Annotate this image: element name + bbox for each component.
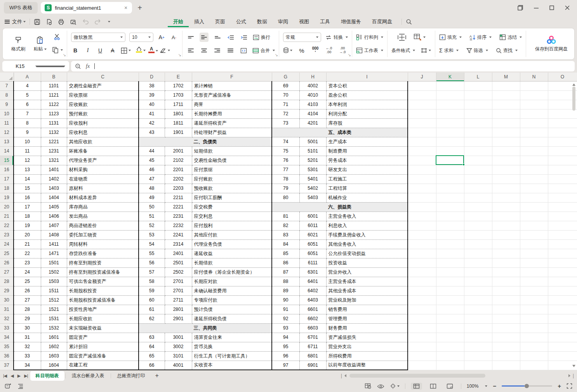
cell[interactable]: [464, 184, 492, 193]
cell[interactable]: 6021: [299, 230, 326, 239]
cell[interactable]: [408, 128, 436, 137]
cell[interactable]: 长期股权投资: [67, 286, 139, 295]
row-header[interactable]: 12: [0, 128, 14, 137]
align-middle-icon[interactable]: [200, 33, 209, 42]
cell[interactable]: 固定资产减值准备: [67, 351, 139, 361]
column-header[interactable]: I: [326, 73, 408, 81]
cell[interactable]: 坏账准备: [67, 146, 139, 156]
cell[interactable]: 6: [14, 100, 41, 109]
cell[interactable]: [408, 193, 436, 202]
cell[interactable]: [492, 323, 520, 333]
cell[interactable]: [436, 258, 464, 267]
row-header[interactable]: 25: [0, 249, 14, 258]
cell[interactable]: [436, 295, 464, 305]
cell[interactable]: 16: [14, 193, 41, 202]
row-header[interactable]: 20: [0, 202, 14, 212]
cell[interactable]: 1404: [41, 193, 67, 202]
cell[interactable]: 盈余公积: [326, 90, 408, 100]
cell[interactable]: [436, 267, 464, 277]
row-header[interactable]: 31: [0, 305, 14, 314]
cell[interactable]: 资产减值损失: [326, 333, 408, 342]
cell[interactable]: 72: [272, 109, 299, 118]
cell[interactable]: 58: [139, 277, 165, 286]
cell[interactable]: 41: [139, 109, 165, 118]
cell[interactable]: 递延所得税负债: [192, 314, 272, 323]
cell[interactable]: 85: [272, 249, 299, 258]
cell[interactable]: [408, 174, 436, 184]
cell[interactable]: [408, 239, 436, 249]
cell[interactable]: 长期应对款: [192, 277, 272, 286]
cell[interactable]: 6602: [299, 314, 326, 323]
decrease-font-button[interactable]: A-: [170, 33, 178, 42]
cell[interactable]: [408, 333, 436, 342]
cell[interactable]: [408, 212, 436, 221]
cell[interactable]: [520, 267, 548, 277]
cell[interactable]: 14: [14, 174, 41, 184]
cell[interactable]: [436, 333, 464, 342]
cell[interactable]: 衍生工具（可计套期工具）: [192, 351, 272, 361]
menu-tab[interactable]: 公式: [231, 16, 252, 27]
cell[interactable]: 66: [139, 361, 165, 370]
number-format-select[interactable]: 常规: [283, 33, 321, 42]
cell[interactable]: 长期股权投资减值准备: [67, 295, 139, 305]
cell[interactable]: 82: [272, 221, 299, 230]
cell[interactable]: [436, 100, 464, 109]
formula-input[interactable]: fx: [71, 61, 575, 71]
cell[interactable]: 未实现融资收益: [67, 323, 139, 333]
cell[interactable]: [520, 109, 548, 118]
menu-tab[interactable]: 工具: [315, 16, 335, 27]
cell[interactable]: 3002: [165, 342, 192, 351]
cell[interactable]: 6601: [299, 305, 326, 314]
cell[interactable]: 5201: [299, 156, 326, 165]
row-header[interactable]: 22: [0, 221, 14, 230]
section-header-cell[interactable]: 六、损益类: [272, 202, 408, 212]
cell[interactable]: [492, 118, 520, 128]
cell[interactable]: 8: [14, 118, 41, 128]
cell[interactable]: [408, 314, 436, 323]
conditional-format-button[interactable]: 条件格式: [391, 45, 415, 56]
cell[interactable]: 80: [272, 193, 299, 202]
cell[interactable]: 32: [14, 342, 41, 351]
align-left-icon[interactable]: [186, 46, 195, 55]
cell[interactable]: 12: [14, 156, 41, 165]
row-header[interactable]: 10: [0, 109, 14, 118]
horizontal-scroll-thumb[interactable]: [349, 374, 485, 378]
outline-view-icon[interactable]: [17, 383, 24, 389]
fill-color-button[interactable]: [135, 46, 143, 55]
cell[interactable]: 累计折旧: [67, 342, 139, 351]
cell[interactable]: 11: [14, 146, 41, 156]
cell[interactable]: [492, 174, 520, 184]
cell[interactable]: 75: [272, 146, 299, 156]
sheet-tab[interactable]: 科目明细表: [30, 371, 64, 381]
cell[interactable]: 51: [139, 212, 165, 221]
column-header[interactable]: E: [165, 73, 192, 81]
cell[interactable]: 专项应付款: [192, 295, 272, 305]
cell[interactable]: 2102: [165, 156, 192, 165]
cell[interactable]: [408, 221, 436, 230]
cell[interactable]: 生产成本: [326, 137, 408, 146]
cell[interactable]: 1231: [41, 146, 67, 156]
cell[interactable]: 工程施工: [326, 174, 408, 184]
cell[interactable]: 20: [14, 230, 41, 239]
column-header[interactable]: K: [436, 73, 464, 81]
cell[interactable]: 其他应收款: [67, 137, 139, 146]
column-header[interactable]: O: [548, 73, 577, 81]
cell[interactable]: [464, 314, 492, 323]
cell[interactable]: [520, 239, 548, 249]
cell[interactable]: [408, 202, 436, 212]
row-header[interactable]: 21: [0, 212, 14, 221]
cell[interactable]: [464, 333, 492, 342]
cell[interactable]: [464, 351, 492, 361]
row-header[interactable]: 13: [0, 137, 14, 146]
cell[interactable]: 24: [14, 267, 41, 277]
save-to-baidu-button[interactable]: 保存到百度网盘: [530, 31, 573, 56]
alignment-dialog-launcher[interactable]: ↘: [275, 53, 278, 57]
cell[interactable]: 其他应付款: [192, 230, 272, 239]
row-header[interactable]: 29: [0, 286, 14, 295]
scroll-down-arrow[interactable]: [572, 365, 575, 367]
decrease-indent-icon[interactable]: [226, 33, 235, 42]
cell[interactable]: [436, 239, 464, 249]
cell[interactable]: 存货跌价准备: [67, 249, 139, 258]
cell[interactable]: 62: [139, 314, 165, 323]
cell[interactable]: [464, 221, 492, 230]
